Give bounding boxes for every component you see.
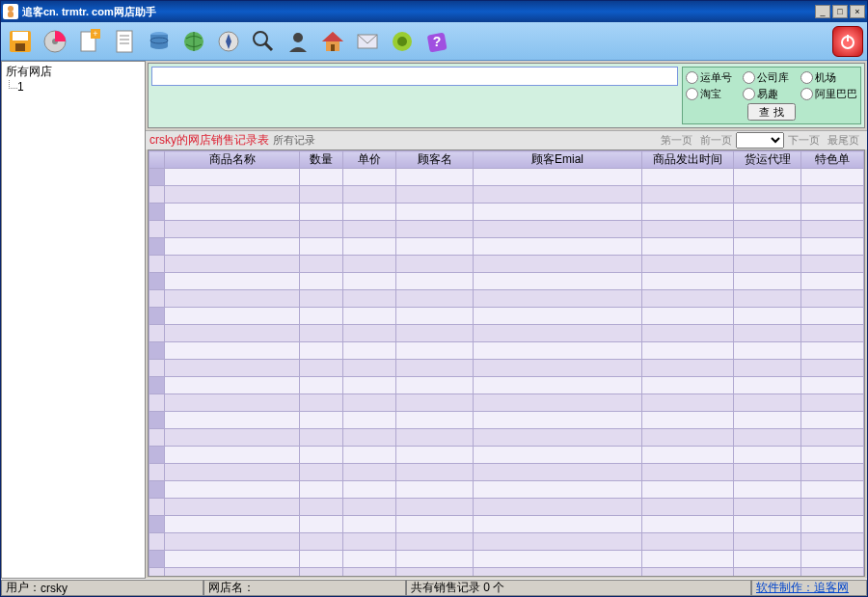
- close-button[interactable]: ×: [850, 5, 865, 18]
- table-row[interactable]: [149, 464, 864, 481]
- status-user: 用户：crsky: [1, 580, 203, 596]
- column-header[interactable]: 商品名称: [165, 151, 300, 169]
- table-header-bar: crsky的网店销售记录表 所有记录 第一页 前一页 下一页 最尾页: [146, 130, 867, 149]
- table-row[interactable]: [149, 221, 864, 238]
- column-header[interactable]: 货运代理: [734, 151, 801, 169]
- svg-rect-4: [15, 43, 25, 51]
- nav-prev[interactable]: 前一页: [700, 133, 732, 148]
- svg-point-20: [293, 33, 303, 42]
- search-input[interactable]: [151, 67, 678, 86]
- status-count: 共有销售记录 0 个: [406, 580, 751, 596]
- table-row[interactable]: [149, 394, 864, 412]
- globe-icon[interactable]: [178, 26, 209, 57]
- table-row[interactable]: [149, 186, 864, 204]
- table-row[interactable]: [149, 204, 864, 221]
- column-header[interactable]: 特色单: [801, 151, 864, 169]
- badge-icon[interactable]: [387, 26, 418, 57]
- svg-rect-1: [8, 12, 14, 17]
- table-row[interactable]: [149, 429, 864, 447]
- home-icon[interactable]: [317, 26, 348, 57]
- maximize-button[interactable]: □: [832, 5, 848, 18]
- filter-box: 运单号 公司库 机场 淘宝 易趣 阿里巴巴 查 找: [682, 67, 861, 124]
- tree-item[interactable]: 1: [4, 80, 143, 94]
- svg-rect-10: [117, 31, 132, 52]
- database-icon[interactable]: [144, 26, 175, 57]
- table-row[interactable]: [149, 169, 864, 186]
- svg-point-24: [397, 37, 407, 46]
- filter-taobao[interactable]: 淘宝: [686, 87, 743, 101]
- table-row[interactable]: [149, 568, 864, 577]
- filter-alibaba[interactable]: 阿里巴巴: [800, 87, 857, 101]
- page-select[interactable]: [736, 132, 784, 149]
- find-button[interactable]: 查 找: [747, 103, 795, 121]
- all-records-label: 所有记录: [273, 133, 315, 148]
- table-row[interactable]: [149, 290, 864, 308]
- table-row[interactable]: [149, 273, 864, 290]
- column-header[interactable]: 顾客名: [396, 151, 474, 169]
- table-row[interactable]: [149, 516, 864, 533]
- table-row[interactable]: [149, 533, 864, 551]
- table-name: crsky的网店销售记录表: [149, 132, 269, 149]
- filter-company[interactable]: 公司库: [743, 70, 800, 85]
- svg-line-19: [265, 43, 272, 50]
- minimize-button[interactable]: _: [815, 5, 830, 18]
- help-icon[interactable]: ?: [421, 26, 452, 57]
- status-store: 网店名：: [203, 580, 406, 596]
- data-grid[interactable]: 商品名称数量单价顾客名顾客Emial商品发出时间货运代理特色单: [148, 149, 865, 577]
- search-icon[interactable]: [248, 26, 279, 57]
- store-tree[interactable]: 所有网店 1: [1, 61, 146, 579]
- toolbar: + ?: [1, 22, 867, 61]
- power-button[interactable]: [832, 26, 863, 57]
- column-header[interactable]: 单价: [343, 151, 396, 169]
- window-title: 追客cn. trmtr. com网店助手: [22, 5, 813, 19]
- nav-next[interactable]: 下一页: [788, 133, 820, 148]
- new-doc-icon[interactable]: +: [74, 26, 105, 57]
- table-row[interactable]: [149, 256, 864, 273]
- title-bar: 追客cn. trmtr. com网店助手 _ □ ×: [1, 1, 867, 22]
- status-bar: 用户：crsky 网店名： 共有销售记录 0 个 软件制作：追客网: [1, 579, 867, 596]
- filter-waybill[interactable]: 运单号: [686, 70, 743, 85]
- column-header[interactable]: 顾客Emial: [474, 151, 642, 169]
- status-software: 软件制作：追客网: [751, 580, 867, 596]
- nav-first[interactable]: 第一页: [661, 133, 692, 148]
- mail-icon[interactable]: [352, 26, 383, 57]
- table-row[interactable]: [149, 325, 864, 342]
- table-row[interactable]: [149, 499, 864, 516]
- table-row[interactable]: [149, 447, 864, 464]
- document-icon[interactable]: [109, 26, 140, 57]
- svg-point-18: [254, 32, 267, 45]
- user-icon[interactable]: [283, 26, 313, 57]
- app-icon: [3, 4, 18, 19]
- filter-airport[interactable]: 机场: [800, 70, 857, 85]
- svg-text:?: ?: [433, 34, 442, 49]
- filter-ebay[interactable]: 易趣: [743, 87, 800, 101]
- table-row[interactable]: [149, 342, 864, 360]
- compass-icon[interactable]: [213, 26, 244, 57]
- tree-root[interactable]: 所有网店: [4, 64, 143, 80]
- column-header[interactable]: 数量: [300, 151, 343, 169]
- svg-point-0: [8, 6, 14, 12]
- svg-text:+: +: [93, 29, 97, 39]
- table-row[interactable]: [149, 412, 864, 429]
- search-panel: 运单号 公司库 机场 淘宝 易趣 阿里巴巴 查 找: [148, 63, 865, 128]
- table-row[interactable]: [149, 377, 864, 394]
- column-header[interactable]: 商品发出时间: [642, 151, 734, 169]
- table-row[interactable]: [149, 238, 864, 256]
- svg-rect-21: [331, 44, 335, 51]
- table-row[interactable]: [149, 308, 864, 325]
- table-row[interactable]: [149, 360, 864, 377]
- save-icon[interactable]: [5, 26, 36, 57]
- disc-icon[interactable]: [40, 26, 70, 57]
- nav-last[interactable]: 最尾页: [827, 133, 859, 148]
- table-row[interactable]: [149, 481, 864, 499]
- table-row[interactable]: [149, 551, 864, 568]
- svg-rect-3: [13, 32, 28, 41]
